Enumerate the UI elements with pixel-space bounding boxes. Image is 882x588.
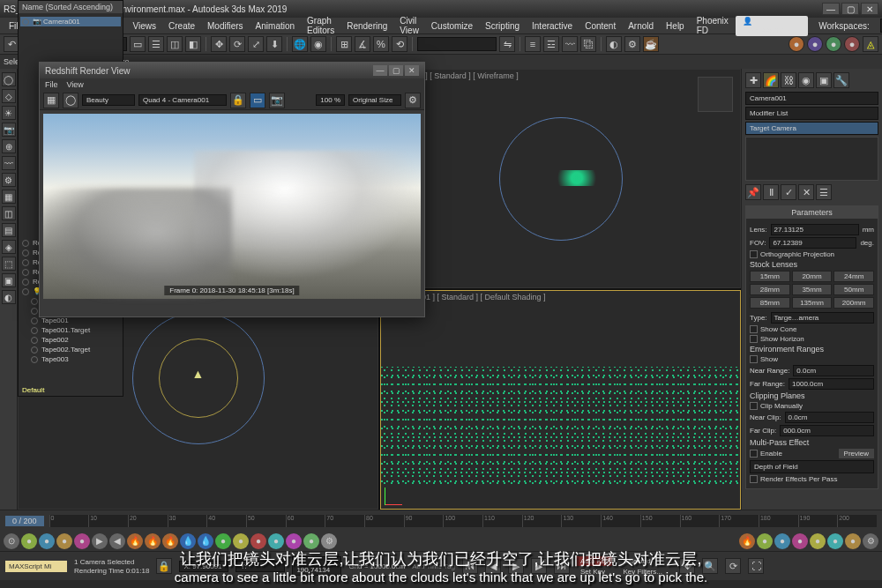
- layers-button[interactable]: ☲: [543, 36, 559, 52]
- rollout-header[interactable]: Parameters: [746, 206, 878, 219]
- lens-preset[interactable]: 50mm: [833, 284, 874, 295]
- zoom-select[interactable]: 100 %: [316, 94, 345, 106]
- tool-icon-4[interactable]: ◈: [2, 240, 16, 254]
- render-camera-select[interactable]: Quad 4 - Camera001: [138, 94, 227, 106]
- ortho-checkbox[interactable]: [750, 250, 758, 258]
- near-clip-field[interactable]: 0.0cm: [785, 412, 874, 423]
- menu-civilview[interactable]: Civil View: [394, 14, 424, 37]
- material-editor-button[interactable]: ◐: [606, 36, 622, 52]
- render-setup-button[interactable]: ⚙: [624, 36, 640, 52]
- menu-help[interactable]: Help: [661, 19, 690, 33]
- modifier-stack-item[interactable]: Target Camera: [745, 122, 878, 135]
- create-space-icon[interactable]: 〰: [2, 156, 16, 170]
- tool-icon-5[interactable]: ⬚: [2, 257, 16, 271]
- tree-node[interactable]: Tape002: [20, 335, 121, 345]
- lens-preset[interactable]: 28mm: [750, 284, 790, 295]
- spinner-snap-button[interactable]: ⟲: [392, 36, 407, 52]
- show-result-icon[interactable]: Ⅱ: [763, 184, 779, 200]
- aov-select[interactable]: Beauty: [82, 94, 135, 106]
- refcoord-button[interactable]: 🌐: [292, 36, 308, 52]
- tool-icon-2[interactable]: ◫: [2, 206, 16, 220]
- tree-node[interactable]: Tape001.Target: [20, 325, 121, 335]
- menu-interactive[interactable]: Interactive: [527, 19, 578, 33]
- far-clip-field[interactable]: 000.0cm: [780, 425, 874, 436]
- select-region-button[interactable]: ◫: [167, 36, 183, 52]
- enable-checkbox[interactable]: [750, 450, 758, 458]
- create-shape-icon[interactable]: ◇: [2, 89, 16, 103]
- snap-button[interactable]: ⊞: [336, 36, 352, 52]
- create-system-icon[interactable]: ⚙: [2, 173, 16, 187]
- size-select[interactable]: Original Size: [348, 94, 401, 106]
- menu-content[interactable]: Content: [579, 19, 621, 33]
- create-camera-icon[interactable]: 📷: [2, 123, 16, 137]
- unique-icon[interactable]: ✓: [781, 184, 796, 200]
- percent-snap-button[interactable]: %: [373, 36, 389, 52]
- modifier-stack[interactable]: [745, 137, 878, 181]
- window-crossing-button[interactable]: ◧: [185, 36, 201, 52]
- timeline-track[interactable]: 0102030405060708090100110120130140150160…: [49, 515, 877, 527]
- mirror-button[interactable]: ⇋: [499, 36, 515, 52]
- plugin-icon-2[interactable]: ●: [826, 36, 841, 52]
- display-tab-icon[interactable]: ▣: [816, 72, 832, 88]
- render-max-button[interactable]: ▢: [389, 65, 403, 76]
- tree-node-camera[interactable]: 📷 Camera001: [20, 17, 121, 26]
- frame-indicator[interactable]: 0 / 200: [5, 516, 44, 526]
- render-button[interactable]: ☕: [643, 36, 659, 52]
- preview-button[interactable]: Preview: [839, 449, 874, 458]
- scale-button[interactable]: ⤢: [248, 36, 264, 52]
- plugin-icon[interactable]: ●: [807, 36, 823, 52]
- render-start-button[interactable]: ◯: [63, 93, 78, 108]
- tree-node[interactable]: Tape003: [20, 354, 121, 364]
- menu-views[interactable]: Views: [128, 19, 162, 33]
- menu-modifiers[interactable]: Modifiers: [202, 19, 249, 33]
- lens-preset[interactable]: 15mm: [750, 271, 790, 282]
- hierarchy-tab-icon[interactable]: ⛓: [781, 72, 796, 88]
- tool-icon-3[interactable]: ▤: [2, 223, 16, 237]
- menu-rendering[interactable]: Rendering: [341, 19, 392, 33]
- modify-tab-icon[interactable]: 🌈: [763, 72, 779, 88]
- showcone-checkbox[interactable]: [750, 325, 758, 333]
- angle-snap-button[interactable]: ∡: [355, 36, 370, 52]
- modifier-list[interactable]: Modifier List: [745, 107, 878, 120]
- menu-create[interactable]: Create: [163, 19, 200, 33]
- lens-field[interactable]: 27.13125: [771, 224, 859, 235]
- lens-preset[interactable]: 24mm: [833, 271, 874, 282]
- viewport-bottom-right[interactable]: [ Camera001 ] [ Standard ] [ Default Sha…: [380, 290, 741, 510]
- fov-field[interactable]: 67.12389: [769, 237, 856, 249]
- redshift-icon[interactable]: ●: [789, 36, 804, 52]
- lens-preset[interactable]: 20mm: [792, 271, 833, 282]
- show-checkbox[interactable]: [750, 355, 758, 363]
- reffects-checkbox[interactable]: [750, 475, 758, 483]
- menu-customize[interactable]: Customize: [426, 19, 478, 33]
- settings-icon[interactable]: ⚙: [405, 93, 421, 108]
- create-helper-icon[interactable]: ⊕: [2, 139, 16, 153]
- viewport-top-right[interactable]: [ + ] [ Front ] [ Standard ] [ Wireframe…: [380, 69, 741, 288]
- rotate-button[interactable]: ⟳: [229, 36, 245, 52]
- place-button[interactable]: ⬇: [266, 36, 282, 52]
- menu-phoenixfd[interactable]: Phoenix FD: [691, 14, 734, 37]
- sort-header[interactable]: Name (Sorted Ascending): [22, 3, 113, 11]
- menu-arnold[interactable]: Arnold: [623, 19, 659, 33]
- near-range-field[interactable]: 0.0cm: [793, 365, 874, 376]
- motion-tab-icon[interactable]: ◉: [798, 72, 814, 88]
- menu-grapheditors[interactable]: Graph Editors: [302, 14, 340, 37]
- camera-type-select[interactable]: Targe…amera: [771, 312, 874, 324]
- far-range-field[interactable]: 1000.0cm: [789, 378, 874, 390]
- pivot-button[interactable]: ◉: [310, 36, 326, 52]
- minimize-button[interactable]: —: [822, 3, 840, 15]
- named-selection-input[interactable]: [417, 37, 497, 51]
- pin-stack-icon[interactable]: 📌: [745, 184, 761, 200]
- move-button[interactable]: ✥: [211, 36, 227, 52]
- lock-icon[interactable]: 🔒: [230, 93, 246, 108]
- lens-preset[interactable]: 200mm: [833, 297, 874, 309]
- plugin-icon-3[interactable]: ●: [844, 36, 860, 52]
- create-tab-icon[interactable]: ✚: [745, 72, 761, 88]
- lens-preset[interactable]: 35mm: [792, 284, 833, 295]
- tree-node[interactable]: Tape002.Target: [20, 345, 121, 354]
- snapshot-button[interactable]: 📷: [269, 93, 285, 108]
- phoenix-icon[interactable]: ◬: [863, 36, 878, 52]
- render-menu-view[interactable]: View: [67, 80, 84, 89]
- viewcube[interactable]: [698, 77, 733, 112]
- lens-preset[interactable]: 135mm: [792, 297, 833, 309]
- render-window-titlebar[interactable]: Redshift Render View —▢✕: [40, 63, 424, 78]
